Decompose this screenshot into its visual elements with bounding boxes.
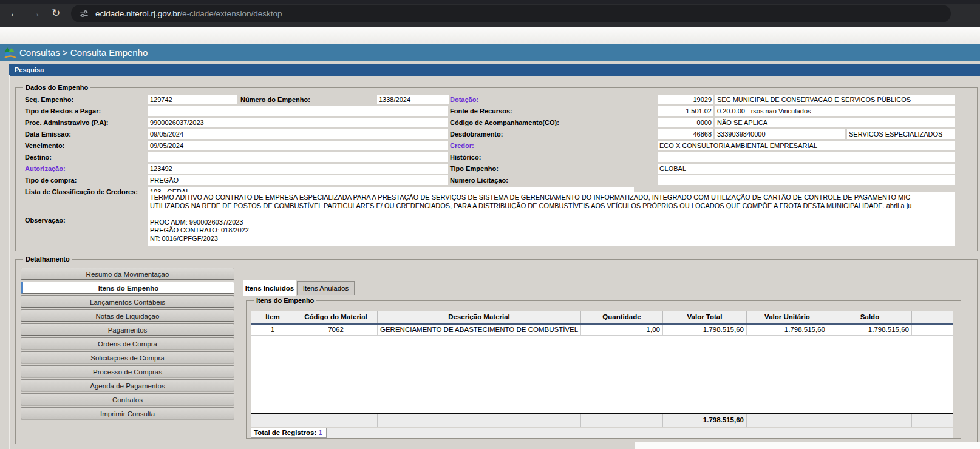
vencimento-field[interactable]: 09/05/2024 <box>148 141 448 150</box>
numero-empenho-field[interactable]: 1338/2024 <box>377 95 449 104</box>
credor-link[interactable]: Credor: <box>450 140 474 152</box>
numero-empenho-label: Número do Empenho: <box>240 94 310 106</box>
lista-classificacao-label: Lista de Classificação de Credores: <box>25 186 138 198</box>
desdobramento-num-field[interactable]: 3339039840000 <box>715 129 845 139</box>
codigo-acomp-desc-field[interactable]: NÃO SE APLICA <box>715 118 955 127</box>
codigo-acomp-code-field[interactable]: 0000 <box>658 118 713 127</box>
row-tipo-compra: Tipo de compra: PREGÃO Numero Licitação: <box>16 175 977 186</box>
sidebar-button-ordens-de-compra[interactable]: Ordens de Compra <box>21 337 234 349</box>
footer-cell <box>747 414 828 427</box>
col-header-quantidade: Quantidade <box>581 311 663 323</box>
detalhamento-sidebar: Resumo da MovimentaçãoItens do EmpenhoLa… <box>21 268 234 421</box>
col-header-valor-unitario: Valor Unitário <box>747 311 828 323</box>
autorizacao-field[interactable]: 123492 <box>148 164 448 174</box>
tab-itens-anulados[interactable]: Itens Anulados <box>297 281 355 295</box>
cell: 1 <box>251 325 294 336</box>
tab-pesquisa[interactable]: Pesquisa <box>9 64 980 76</box>
footer-cell <box>251 414 294 427</box>
credor-field[interactable]: ECO X CONSULTORIA AMBIENTAL EMPRESARIAL <box>658 141 955 150</box>
sidebar-button-pagamentos[interactable]: Pagamentos <box>21 323 234 336</box>
autorizacao-link[interactable]: Autorização: <box>25 163 66 175</box>
desdobramento-desc-field[interactable]: SERVICOS ESPECIALIZADOS <box>847 129 955 139</box>
url-path: /e-cidade/extension/desktop <box>180 9 282 18</box>
observacao-label: Observação: <box>25 217 66 224</box>
sidebar-button-lancamentos-contabeis[interactable]: Lançamentos Contábeis <box>21 295 234 308</box>
dotacao-link[interactable]: Dotação: <box>450 94 478 106</box>
proc-adm-field[interactable]: 9900026037/2023 <box>148 118 448 127</box>
destino-label: Destino: <box>25 152 52 163</box>
dados-empenho-fieldset: Dados do Empenho Seq. Empenho: 129742 Nú… <box>15 87 978 251</box>
destino-field[interactable] <box>148 152 448 162</box>
panel-left-edge <box>9 75 10 449</box>
cell: 1.798.515,60 <box>747 325 828 336</box>
col-header-filler <box>912 311 953 323</box>
fonte-recursos-desc-field[interactable]: 0.20.0.00 - rsos não Vinculados <box>715 106 955 116</box>
page-top-band <box>0 27 980 45</box>
row-autorizacao: Autorização: 123492 Tipo Empenho: GLOBAL <box>16 163 977 175</box>
window-top-strip <box>0 0 980 4</box>
fonte-recursos-label: Fonte de Recursos: <box>450 106 512 117</box>
itens-table-empty-area <box>251 336 953 413</box>
address-bar[interactable]: ecidade.niteroi.rj.gov.br/e-cidade/exten… <box>71 5 951 22</box>
reload-icon[interactable]: ↻ <box>46 4 66 23</box>
row-destino: Destino: Histórico: <box>16 152 977 163</box>
cell: GERENCIAMENTO DE ABASTECIMENTO DE COMBUS… <box>378 325 581 336</box>
row-vencimento: Vencimento: 09/05/2024 Credor: ECO X CON… <box>16 140 977 152</box>
sidebar-button-imprimir-consulta[interactable]: Imprimir Consulta <box>21 407 234 419</box>
back-icon[interactable]: ← <box>5 4 24 23</box>
total-registros-bar: Total de Registros: 1 <box>251 428 953 438</box>
tipo-restos-label: Tipo de Restos a Pagar: <box>25 106 101 117</box>
cell: 7062 <box>294 325 378 336</box>
numero-licitacao-label: Numero Licitação: <box>450 175 508 186</box>
sidebar-button-itens-do-empenho[interactable]: Itens do Empenho <box>21 282 234 294</box>
dotacao-desc-field[interactable]: SEC MUNICIPAL DE CONSERVACAO E SERVICOS … <box>715 95 955 104</box>
tipo-empenho-label: Tipo Empenho: <box>450 163 499 175</box>
desdobramento-code-field[interactable]: 46868 <box>658 129 713 139</box>
total-registros-value: 1 <box>319 429 322 436</box>
sidebar-button-agenda-de-pagamentos[interactable]: Agenda de Pagamentos <box>21 379 234 391</box>
sidebar-button-resumo-da-movimentacao[interactable]: Resumo da Movimentação <box>21 268 234 280</box>
data-emissao-field[interactable]: 09/05/2024 <box>148 129 448 139</box>
sidebar-button-solicitacoes-de-compra[interactable]: Solicitações de Compra <box>21 351 234 363</box>
tipo-compra-field[interactable]: PREGÃO <box>148 175 448 185</box>
row-tipo-restos: Tipo de Restos a Pagar: Fonte de Recurso… <box>16 106 977 117</box>
col-header-codigo-do-material: Código do Material <box>294 311 378 323</box>
breadcrumb: Consultas > Consulta Empenho <box>19 44 148 61</box>
url-text: ecidade.niteroi.rj.gov.br/e-cidade/exten… <box>95 5 282 22</box>
total-registros-label: Total de Registros: <box>254 429 316 436</box>
detalhamento-legend: Detalhamento <box>23 255 72 263</box>
forward-icon[interactable]: → <box>26 4 45 23</box>
dotacao-code-field[interactable]: 19029 <box>658 95 713 104</box>
itens-table-footer: 1.798.515,60 <box>251 413 953 427</box>
historico-field[interactable] <box>658 152 955 162</box>
site-info-icon[interactable] <box>80 9 89 21</box>
browser-toolbar: ← → ↻ ecidade.niteroi.rj.gov.br/e-cidade… <box>0 0 980 27</box>
cell: 1,00 <box>581 325 663 336</box>
cell <box>912 325 953 336</box>
numero-licitacao-field[interactable] <box>658 175 955 185</box>
sidebar-button-notas-de-liquidacao[interactable]: Notas de Liquidação <box>21 309 234 322</box>
proc-adm-label: Proc. Adminstravivo (P.A): <box>25 117 109 129</box>
table-row[interactable]: 17062GERENCIAMENTO DE ABASTECIMENTO DE C… <box>251 325 953 336</box>
itens-empenho-fieldset: Itens do Empenho ItemCódigo do MaterialD… <box>246 300 961 439</box>
seq-empenho-field[interactable]: 129742 <box>148 95 237 104</box>
tipo-compra-label: Tipo de compra: <box>25 175 77 186</box>
observacao-field[interactable]: TERMO ADITIVO AO CONTRATO DE EMPRESA ESP… <box>148 192 955 246</box>
col-header-valor-total: Valor Total <box>663 311 747 323</box>
tab-itens-incluidos[interactable]: Itens Incluídos <box>243 280 296 296</box>
itens-empenho-legend: Itens do Empenho <box>254 297 316 304</box>
fonte-recursos-code-field[interactable]: 1.501.02 <box>658 106 713 116</box>
tipo-empenho-field[interactable]: GLOBAL <box>658 164 955 174</box>
tipo-restos-field[interactable] <box>148 106 448 116</box>
sidebar-button-contratos[interactable]: Contratos <box>21 393 234 405</box>
footer-cell <box>581 414 663 427</box>
sidebar-button-processo-de-compras[interactable]: Processo de Compras <box>21 365 234 377</box>
app-header: Consultas > Consulta Empenho <box>0 44 980 61</box>
tab-pesquisa-label: Pesquisa <box>9 64 980 73</box>
total-registros: Total de Registros: 1 <box>251 428 327 438</box>
desdobramento-label: Desdobramento: <box>450 129 503 140</box>
footer-cell <box>294 414 378 427</box>
seq-empenho-label: Seq. Empenho: <box>25 94 73 106</box>
footer-cell <box>828 414 912 427</box>
footer-cell <box>912 414 953 427</box>
